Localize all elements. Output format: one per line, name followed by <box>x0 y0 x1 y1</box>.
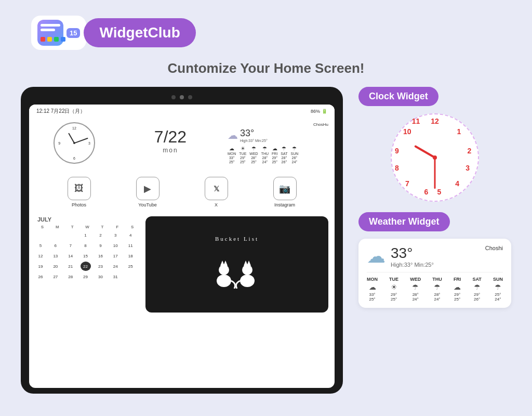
calendar-grid: S M T W T F S 1 2 <box>35 225 139 281</box>
screen-date-widget: 7/22 mon <box>118 122 222 164</box>
weather-top-row: ☁ 33° High:33° Min:25° Choshi <box>367 245 503 268</box>
weather-cloud-icon: ☁ <box>367 245 385 267</box>
tagline: Cuntomize Your Home Screen! <box>0 60 532 76</box>
svg-point-4 <box>240 275 255 287</box>
clock-num-3: 3 <box>466 164 470 172</box>
svg-point-5 <box>242 265 252 275</box>
camera-dot-2 <box>180 95 184 99</box>
app-item-instagram: 📷 Instagram <box>273 177 297 207</box>
x-label: X <box>215 202 218 207</box>
logo-dot-blue <box>61 37 65 42</box>
screen-weather-widget: ChosHu ☁ 33° High:33° Min:25° <box>228 122 328 164</box>
clock-face: 12 1 2 3 4 5 6 7 8 9 10 11 <box>391 113 479 202</box>
cal-header-f: F <box>110 225 124 229</box>
instagram-icon: 📷 <box>273 177 297 200</box>
cal-day: 8 <box>81 241 91 250</box>
logo-icon <box>37 20 63 46</box>
cal-day: 21 <box>65 262 76 271</box>
screen-weather-days: ☁MON33°25° ☀TUE29°25° ☂WED28°25° ☂THU28°… <box>228 146 328 164</box>
screen-battery: 86% 🔋 <box>311 109 327 114</box>
photos-label: Photos <box>72 202 86 207</box>
cal-header-w: W <box>81 225 95 229</box>
app-item-x: 𝕏 X <box>205 177 228 207</box>
screen-bottom-section: JULY S M T W T F S <box>29 216 335 313</box>
cal-day: 17 <box>110 251 121 261</box>
clock-num-7: 7 <box>405 179 409 188</box>
cal-day <box>65 230 76 240</box>
mini-clock-center <box>73 142 75 144</box>
cal-header-t2: T <box>95 225 109 229</box>
cal-day <box>35 230 46 240</box>
cal-day: 3 <box>110 230 121 240</box>
instagram-label: Instagram <box>274 202 295 207</box>
logo-dots <box>41 37 65 42</box>
cal-day: 14 <box>65 251 76 261</box>
bucket-list-title: Bucket List <box>215 236 259 242</box>
logo-number: 15 <box>66 28 80 38</box>
cal-day: 2 <box>95 230 105 240</box>
calendar-month: JULY <box>35 216 139 223</box>
screen-weather-hl: High:33° Min:25° <box>240 139 268 142</box>
bucket-list-widget: Bucket List <box>145 216 328 313</box>
cal-day: 15 <box>81 251 91 261</box>
cal-day: 16 <box>95 251 105 261</box>
list-item: THU ☂ 28°24° <box>432 277 442 302</box>
screen-apps-row: 🖼 Photos ▶ YouTube 𝕏 X 📷 Instagram <box>29 171 335 214</box>
cal-day: 13 <box>50 251 61 261</box>
clock-num-1: 1 <box>457 127 461 136</box>
weather-days-row: MON ☁ 33°25° TUE ☀ 29°25° WED ☂ 28°24° <box>367 272 503 302</box>
cal-day-today: 22 <box>81 262 91 271</box>
weather-location: Choshi <box>485 245 503 251</box>
cal-day: 1 <box>81 230 91 240</box>
list-item: ☂WED28°25° <box>249 146 258 164</box>
clock-num-12: 12 <box>431 117 439 125</box>
clock-hour-hand <box>414 145 435 159</box>
header: 15 WidgetClub <box>0 0 532 60</box>
clock-minute-hand <box>434 158 436 189</box>
cal-day: 4 <box>125 230 136 240</box>
list-item: TUE ☀ 29°25° <box>389 277 398 302</box>
cal-header-s2: S <box>125 225 139 229</box>
youtube-icon: ▶ <box>136 177 159 200</box>
list-item: ☂SUN26°24° <box>290 146 298 164</box>
weather-temp-block: 33° High:33° Min:25° <box>391 245 434 268</box>
list-item: ☀TUE29°25° <box>239 146 246 164</box>
clock-widget-label: Clock Widget <box>358 87 438 106</box>
screen-time: 12:12 7月22日（月） <box>36 108 86 115</box>
mini-clock-face: 12 3 6 9 <box>54 122 95 164</box>
weather-widget-section: Weather Widget ☁ 33° High:33° Min:25° <box>358 212 511 308</box>
mini-min-hand <box>74 138 88 144</box>
list-item: ☂THU28°24° <box>261 146 269 164</box>
svg-point-1 <box>219 265 229 275</box>
cal-day: 30 <box>95 272 105 281</box>
photos-icon: 🖼 <box>68 177 91 200</box>
app-item-photos: 🖼 Photos <box>68 177 91 207</box>
weather-high-low: High:33° Min:25° <box>391 262 434 268</box>
list-item: SAT ☂ 29°26° <box>472 277 481 302</box>
tablet-camera-bar <box>29 95 335 99</box>
list-item: WED ☂ 28°24° <box>410 277 421 302</box>
cal-day: 11 <box>125 241 136 250</box>
camera-dot-1 <box>171 95 176 99</box>
list-item: SUN ☂ 25°24° <box>493 277 503 302</box>
cal-day: 19 <box>35 262 46 271</box>
list-item: MON ☁ 33°25° <box>367 277 378 302</box>
clock-widget-section: Clock Widget 12 1 2 3 4 5 6 7 8 9 10 11 <box>358 87 511 202</box>
brand-name: WidgetClub <box>84 18 195 47</box>
screen-weather-location: ChosHu <box>228 122 328 127</box>
svg-marker-7 <box>247 261 251 266</box>
logo-dot-yellow <box>47 37 52 42</box>
clock-num-2: 2 <box>467 147 471 155</box>
tablet-wrapper: 12:12 7月22日（月） 86% 🔋 12 3 6 9 <box>21 87 343 394</box>
weather-widget-label: Weather Widget <box>358 212 450 231</box>
screen-weather-cloud-icon: ☁ <box>228 129 238 141</box>
weather-left: ☁ 33° High:33° Min:25° <box>367 245 434 268</box>
cal-day: 12 <box>35 251 46 261</box>
cal-day: 29 <box>81 272 91 281</box>
screen-widgets-row: 12 3 6 9 7/22 mon <box>29 118 335 168</box>
logo-dot-green <box>54 37 59 42</box>
clock-center-dot <box>433 155 437 160</box>
list-item: ☁FRI29°25° <box>272 146 277 164</box>
clock-num-9: 9 <box>395 147 399 155</box>
cats-svg <box>206 247 268 289</box>
